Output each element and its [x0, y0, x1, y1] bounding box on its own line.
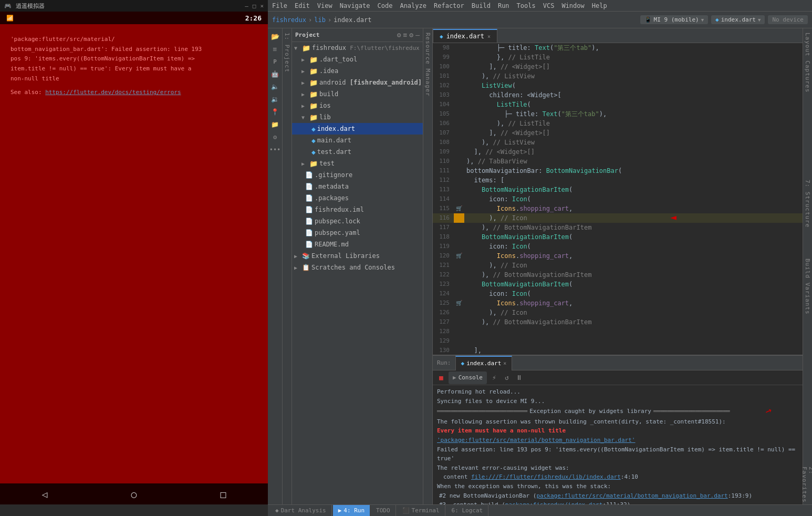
tree-item-dart-tool[interactable]: ▶ 📁 .dart_tool [292, 54, 423, 65]
tool-icon-settings[interactable]: ⚙ [269, 131, 281, 143]
project-breadcrumb[interactable]: fishredux [272, 16, 306, 24]
code-editor[interactable]: 98 ├─ title: Text("第三个tab"), 99 }, // Li… [433, 43, 803, 355]
status-tab-dart-analysis[interactable]: ◆ Dart Analysis [270, 505, 332, 517]
tool-icon-speaker[interactable]: 🔈 [269, 81, 281, 92]
lib-breadcrumb[interactable]: lib [314, 16, 326, 24]
hide-icon[interactable]: — [415, 31, 420, 39]
menu-file[interactable]: File [272, 2, 287, 9]
gear-icon[interactable]: ⚙ [397, 31, 401, 39]
tree-item-fishredux-iml[interactable]: 📄 fishredux.iml [292, 204, 423, 215]
line-content: icon: Icon( [464, 242, 531, 251]
window-close[interactable]: × [260, 3, 264, 9]
tree-item-test-folder[interactable]: ▶ 📁 test [292, 158, 423, 169]
menu-build[interactable]: Build [472, 2, 491, 9]
list-item-content-link[interactable]: content file:///F:/flutter/fishredux/lib… [437, 472, 798, 482]
error-see-also: See also: https://flutter.dev/docs/testi… [11, 88, 257, 98]
favorites-label[interactable]: 2: Favorites [803, 462, 812, 504]
tree-item-metadata[interactable]: 📄 .metadata [292, 181, 423, 192]
run-label: Run: [433, 359, 455, 366]
tree-item-ios[interactable]: ▶ 📁 ios [292, 100, 423, 111]
tree-item-lib[interactable]: ▼ 📁 lib [292, 111, 423, 123]
menu-run[interactable]: Run [498, 2, 509, 9]
menu-tools[interactable]: Tools [517, 2, 536, 9]
phone-back[interactable]: ◁ [42, 489, 48, 500]
menu-help[interactable]: Help [592, 2, 607, 9]
tool-icon-android[interactable]: 🤖 [269, 68, 281, 80]
run-tab-index[interactable]: ◆ index.dart × [455, 356, 513, 370]
tree-item-main-dart[interactable]: ◆ main.dart [292, 135, 423, 146]
phone-recent[interactable]: □ [221, 489, 226, 500]
sort-icon[interactable]: ≡ [403, 31, 408, 39]
logcat-label: 6: Logcat [452, 507, 483, 514]
line-number: 118 [433, 232, 454, 242]
tree-item-test-dart[interactable]: ◆ test.dart [292, 146, 423, 158]
tree-item-external-libs[interactable]: ▶ 📚 External Libraries [292, 250, 423, 262]
left-icon-strip: 📂 ≡ P 🤖 🔈 🔉 📍 📁 ⚙ ••• [268, 28, 283, 504]
file-breadcrumb[interactable]: index.dart [334, 16, 371, 24]
run-config[interactable]: ◆ index.dart ▼ [711, 15, 765, 24]
tool-icon-speaker2[interactable]: 🔉 [269, 94, 281, 105]
tree-item-readme[interactable]: 📄 README.md [292, 239, 423, 250]
no-device-btn[interactable]: No device [768, 15, 808, 24]
hot-reload-btn[interactable]: ⚡ [489, 373, 499, 383]
tree-item-packages[interactable]: 📄 .packages [292, 192, 423, 204]
build-variants-label[interactable]: Build Variants [803, 254, 812, 462]
idea-label: .idea [319, 67, 338, 75]
list-item-error-link[interactable]: 'package:flutter/src/material/bottom_nav… [437, 436, 798, 445]
tab-close-icon[interactable]: × [487, 34, 491, 39]
tree-item-scratches[interactable]: ▶ 📋 Scratches and Consoles [292, 262, 423, 273]
tool-icon-folder[interactable]: 📁 [269, 119, 281, 130]
table-row: 102 ListView( [433, 81, 803, 90]
tree-item-root[interactable]: ▼ 📁 fishredux F:\flutter\fishredux [292, 42, 423, 54]
status-tab-todo[interactable]: TODO [371, 505, 396, 517]
run-tab-close-icon[interactable]: × [503, 360, 506, 366]
status-tab-terminal[interactable]: ⬛ Terminal [397, 505, 445, 517]
run-config-name: index.dart [721, 16, 756, 23]
tool-icon-more[interactable]: ••• [269, 144, 281, 156]
menu-code[interactable]: Code [378, 2, 393, 9]
tree-item-idea[interactable]: ▶ 📁 .idea [292, 65, 423, 77]
line-gutter [454, 194, 464, 204]
menu-window[interactable]: Window [561, 2, 584, 9]
tool-icon-location[interactable]: 📍 [269, 106, 281, 118]
tree-item-pubspec-yaml[interactable]: 📄 pubspec.yaml [292, 227, 423, 239]
line-gutter [454, 128, 464, 138]
tree-item-build[interactable]: ▶ 📁 build [292, 88, 423, 100]
console-icon: ▶ [453, 374, 456, 381]
menu-navigate[interactable]: Navigate [340, 2, 370, 9]
menu-refactor[interactable]: Refactor [434, 2, 464, 9]
tree-item-index-dart[interactable]: ◆ index.dart [292, 123, 423, 135]
menu-edit[interactable]: Edit [295, 2, 310, 9]
window-minimize[interactable]: — [245, 3, 248, 9]
project-vertical-label[interactable]: 1: Project [283, 28, 292, 504]
editor-tab-index-dart[interactable]: ◆ index.dart × [433, 29, 497, 43]
settings-icon[interactable]: ⚙ [409, 31, 413, 39]
tree-item-gitignore[interactable]: 📄 .gitignore [292, 169, 423, 181]
structure-label[interactable]: 7: Structure [803, 176, 812, 254]
emulator-error-content: 'package:flutter/src/material/ bottom_na… [0, 24, 268, 483]
status-tab-run[interactable]: ▶ 4: Run [333, 505, 370, 517]
tool-icon-structure[interactable]: ≡ [269, 43, 281, 55]
line-gutter [454, 81, 464, 90]
device-selector[interactable]: 📱 MI 9 (mobile) ▼ [640, 15, 709, 24]
tree-toolbar: Project ⚙ ≡ ⚙ — [292, 28, 423, 42]
resource-manager-label[interactable]: Resource Manager [423, 28, 433, 504]
layout-captures-label[interactable]: Layout Captures [803, 28, 812, 176]
stop-button[interactable]: ■ [436, 373, 446, 383]
console-output[interactable]: Performing hot reload... Syncing files t… [433, 385, 803, 504]
restart-btn[interactable]: ↺ [502, 373, 512, 383]
pause-btn[interactable]: ⏸ [514, 373, 525, 383]
tree-item-pubspec-lock[interactable]: 📄 pubspec.lock [292, 215, 423, 227]
tool-icon-project[interactable]: 📂 [269, 30, 281, 42]
console-tab[interactable]: ▶ Console [449, 371, 487, 384]
window-maximize[interactable]: □ [253, 3, 256, 9]
menu-analyze[interactable]: Analyze [400, 2, 426, 9]
tree-item-android[interactable]: ▶ 📁 android [fishredux_android] [292, 77, 423, 88]
menu-view[interactable]: View [317, 2, 332, 9]
tool-icon-pmf[interactable]: P [269, 56, 281, 67]
emulator-logo: 🎮 [4, 3, 12, 9]
emulator-panel: 🎮 逍遥模拟器 — □ × 📶 2:26 'package:flutter/sr… [0, 0, 268, 504]
menu-vcs[interactable]: VCS [543, 2, 555, 9]
phone-home[interactable]: ○ [131, 489, 137, 500]
status-tab-logcat[interactable]: 6: Logcat [446, 505, 489, 517]
